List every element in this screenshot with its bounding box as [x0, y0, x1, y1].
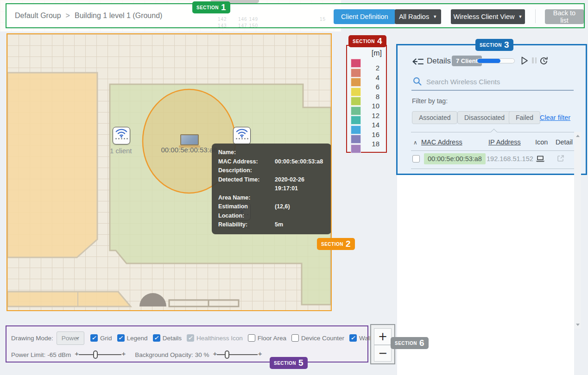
section-badge-number: 4 — [377, 36, 382, 46]
legend-swatch — [351, 59, 361, 68]
checkbox-grid[interactable]: Grid — [90, 334, 112, 342]
legend-tick: 8 — [366, 93, 379, 100]
sort-ascending-icon[interactable]: ∧ — [413, 139, 417, 146]
wireless-client-view-label: Wireless Client View — [454, 13, 515, 20]
legend-swatch — [351, 88, 361, 96]
back-to-list-button[interactable]: Back to list — [545, 9, 584, 24]
section-6-badge: SECTION 6 — [391, 337, 429, 349]
zoom-in-button[interactable]: + — [374, 328, 392, 345]
chevron-down-icon: ▼ — [518, 15, 522, 19]
room-number-faint: 142 — [218, 17, 227, 22]
tooltip-label: Reliability: — [218, 220, 275, 230]
clear-filter-link[interactable]: Clear filter — [540, 114, 570, 121]
tooltip-value — [275, 194, 325, 203]
legend-tick: 4 — [366, 74, 379, 81]
checkbox-legend[interactable]: Legend — [117, 334, 148, 342]
collapse-back-icon[interactable] — [412, 58, 424, 65]
chevron-down-icon: ⌄ — [74, 332, 80, 341]
access-point-icon[interactable] — [233, 127, 251, 144]
power-limit-label: Power Limit: — [11, 351, 45, 358]
row-detail-link-icon[interactable] — [557, 155, 564, 162]
section-badge-label: SECTION — [196, 5, 219, 10]
floorplan-room-left — [7, 73, 97, 257]
checkbox-details[interactable]: Details — [153, 334, 182, 342]
client-detail-tooltip: Name: MAC Address:00:00:5e:00:53:a8 Desc… — [212, 144, 331, 234]
client-definition-button[interactable]: Client Definition — [334, 9, 396, 24]
power-limit-slider-thumb[interactable] — [93, 350, 98, 359]
checkbox-label: Floor Area — [258, 335, 286, 342]
section-badge-number: 5 — [298, 358, 303, 368]
column-header-ip[interactable]: IP Address — [488, 138, 521, 146]
scroll-up-icon[interactable] — [576, 135, 580, 137]
checkbox-icon[interactable] — [117, 334, 125, 342]
checkbox-label: Grid — [100, 335, 112, 342]
checkbox-wall[interactable]: Wall — [349, 334, 371, 342]
checkbox-device-counter[interactable]: Device Counter — [291, 334, 344, 342]
search-input[interactable]: Search Wireless Clients — [426, 78, 500, 86]
tooltip-value: 2020-02-26 19:17:01 — [275, 175, 325, 194]
legend-tick: 12 — [366, 112, 379, 119]
play-icon[interactable] — [521, 56, 528, 65]
filter-associated-button[interactable]: Associated — [412, 111, 457, 124]
all-radios-label: All Radios — [399, 13, 429, 20]
legend-swatch — [351, 144, 361, 153]
laptop-screen — [180, 134, 199, 145]
floor-map[interactable]: 1 client 0 client — [6, 33, 332, 311]
playback-progress-bar[interactable] — [477, 58, 515, 63]
client-list-scrollbar[interactable] — [574, 132, 581, 329]
drawing-mode-select[interactable]: Power ⌄ — [57, 331, 84, 345]
section-badge-number: 6 — [419, 338, 424, 348]
map-options-toolbar: Drawing Mode: Power ⌄ Grid Legend Detail… — [6, 325, 368, 362]
zoom-out-button[interactable]: − — [374, 345, 392, 362]
row-mac-address[interactable]: 00:00:5e:00:53:a8 — [424, 153, 486, 164]
legend-tick: 2 — [366, 64, 379, 72]
section-badge-number: 1 — [221, 2, 226, 12]
all-radios-dropdown[interactable]: All Radios ▼ — [395, 9, 441, 24]
row-checkbox[interactable] — [412, 155, 420, 162]
checkbox-floor-area[interactable]: Floor Area — [248, 334, 286, 342]
checkbox-icon[interactable] — [291, 334, 299, 342]
tooltip-value — [275, 148, 325, 157]
column-header-mac[interactable]: MAC Address — [421, 138, 462, 146]
checkbox-icon[interactable] — [349, 334, 357, 342]
ap-ports-dots — [236, 138, 248, 139]
section-badge-label: SECTION — [395, 341, 417, 346]
checkbox-label: Details — [163, 335, 182, 342]
wireless-client-view-dropdown[interactable]: Wireless Client View ▼ — [451, 9, 525, 24]
breadcrumb-location: Building 1 level 1 (Ground) — [75, 12, 162, 20]
column-header-icon: Icon — [535, 138, 548, 146]
legend-color-scale — [351, 59, 361, 153]
legend-tick: 16 — [366, 131, 379, 138]
checkbox-icon[interactable] — [90, 334, 98, 342]
wireless-locator-screen: Default Group > Building 1 level 1 (Grou… — [0, 0, 588, 375]
checkbox-icon[interactable] — [248, 334, 255, 342]
filter-by-tag-label: Filter by tag: — [412, 97, 448, 105]
filter-disassociated-button[interactable]: Disassociated — [457, 111, 512, 124]
row-laptop-icon — [536, 156, 545, 162]
refresh-history-icon[interactable] — [539, 56, 548, 65]
tooltip-value: 00:00:5e:00:53:a8 — [275, 157, 325, 167]
background-opacity-value: 30 % — [195, 351, 209, 358]
section-badge-label: SECTION — [321, 242, 343, 247]
power-limit-slider[interactable] — [75, 350, 126, 359]
wireless-clients-panel: Details 7 Client Search Wireless Clients… — [396, 44, 587, 175]
checkbox-label: Device Counter — [301, 335, 344, 342]
panel-title: Details — [427, 56, 451, 66]
pause-icon[interactable] — [532, 57, 537, 63]
legend-swatch — [351, 135, 361, 144]
filter-failed-button[interactable]: Failed — [509, 111, 540, 124]
background-opacity-label: Background Opacity: — [135, 351, 193, 358]
breadcrumb-group[interactable]: Default Group — [15, 12, 61, 20]
background-opacity-slider[interactable] — [213, 350, 262, 359]
scroll-down-icon[interactable] — [576, 324, 580, 326]
background-opacity-slider-thumb[interactable] — [225, 350, 229, 359]
legend-swatch — [351, 106, 361, 115]
breadcrumb-separator: > — [66, 12, 70, 20]
checkbox-label: Legend — [127, 335, 148, 342]
power-limit-value: -65 dBm — [47, 351, 71, 358]
divider-notch — [491, 129, 497, 135]
access-point-icon[interactable] — [113, 127, 130, 144]
section-2-badge: SECTION 2 — [317, 238, 355, 250]
checkbox-icon[interactable] — [153, 334, 160, 342]
room-number-faint: 147 150 — [238, 23, 258, 28]
